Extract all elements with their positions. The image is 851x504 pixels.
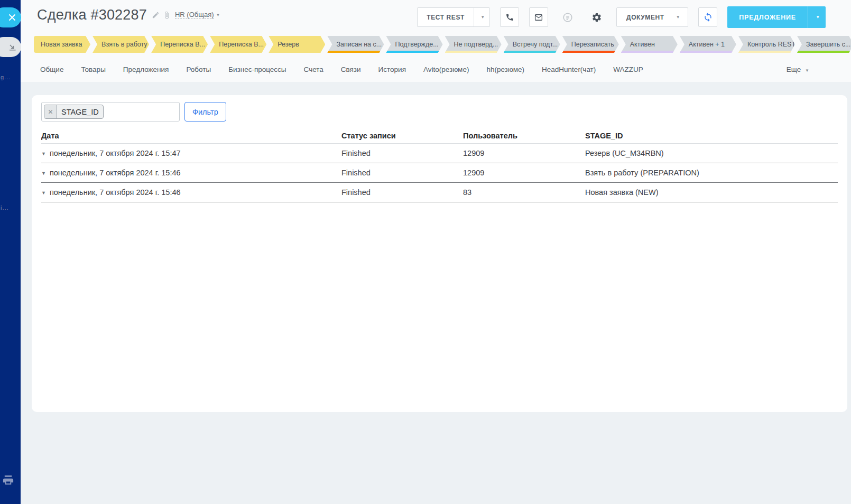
proposal-dropdown[interactable]: ▼ bbox=[808, 6, 826, 28]
stage-8[interactable]: Не подтверд... bbox=[445, 36, 502, 53]
remove-tag-button[interactable]: ✕ bbox=[44, 105, 57, 118]
sidebar-hint-bottom: і... bbox=[1, 204, 9, 211]
filter-button-label: Фильтр bbox=[192, 108, 218, 116]
edit-pencil-icon[interactable] bbox=[152, 11, 160, 19]
stage-underline bbox=[797, 51, 851, 53]
paperclip-icon[interactable] bbox=[163, 11, 171, 19]
column-header-4: STAGE_ID bbox=[585, 132, 838, 140]
stage-13[interactable]: Контроль REST bbox=[738, 36, 795, 53]
stage-label: Перезаписать bbox=[562, 41, 619, 48]
stage-12[interactable]: Активен + 1 bbox=[680, 36, 736, 53]
sidebar-hint-top: g... bbox=[1, 74, 11, 80]
stage-5[interactable]: Резерв bbox=[269, 36, 325, 53]
table-cell: 83 bbox=[463, 188, 585, 197]
stage-label: Резерв bbox=[269, 41, 304, 48]
filter-search-input[interactable]: ✕ STAGE_ID bbox=[41, 102, 180, 122]
stage-label: Завершить с... bbox=[797, 41, 851, 48]
email-button[interactable] bbox=[529, 7, 548, 27]
dock-slider-button[interactable] bbox=[0, 37, 21, 57]
filter-button[interactable]: Фильтр bbox=[184, 102, 226, 122]
tab-9[interactable]: Avito(резюме) bbox=[423, 66, 469, 73]
table-cell: Finished bbox=[341, 149, 463, 157]
tabs: ОбщиеТоварыПредложенияРоботыБизнес-проце… bbox=[40, 66, 643, 73]
expand-row-icon[interactable]: ▼ bbox=[41, 171, 46, 176]
stage-label: Активен bbox=[621, 41, 660, 48]
table-cell: Finished bbox=[341, 169, 463, 177]
stage-11[interactable]: Активен bbox=[621, 36, 678, 53]
table-cell: ▼понедельник, 7 октября 2024 г. 15:46 bbox=[41, 188, 341, 197]
settings-button[interactable] bbox=[587, 7, 606, 27]
gear-icon bbox=[591, 12, 602, 23]
stage-label: Переписка В... bbox=[151, 41, 208, 48]
stage-10[interactable]: Перезаписать bbox=[562, 36, 619, 53]
chevron-down-icon: ▼ bbox=[480, 15, 485, 20]
expand-row-icon[interactable]: ▼ bbox=[41, 151, 46, 156]
test-rest-dropdown[interactable]: ▼ bbox=[474, 8, 489, 26]
table-cell: 12909 bbox=[463, 149, 585, 157]
stage-9[interactable]: Встречу подт... bbox=[504, 36, 560, 53]
stage-label: Взять в работу bbox=[92, 41, 149, 48]
close-slider-button[interactable] bbox=[0, 7, 21, 27]
content-area: ✕ STAGE_ID Фильтр ДатаСтатус записиПольз… bbox=[21, 82, 851, 504]
1c-integration-button[interactable] bbox=[558, 7, 577, 27]
document-button[interactable]: ДОКУМЕНТ ▼ bbox=[616, 7, 688, 27]
stage-4[interactable]: Переписка В... bbox=[210, 36, 266, 53]
tab-8[interactable]: История bbox=[378, 66, 406, 73]
stage-underline bbox=[504, 51, 560, 53]
close-icon: ✕ bbox=[48, 108, 53, 116]
document-label: ДОКУМЕНТ bbox=[617, 14, 672, 21]
tab-12[interactable]: WAZZUP bbox=[613, 66, 643, 73]
tabs-more-button[interactable]: Еще ▼ bbox=[787, 66, 809, 73]
print-button[interactable] bbox=[2, 474, 14, 489]
call-button[interactable] bbox=[500, 7, 519, 27]
main-area: Сделка #302287 HR (Общая) ▼ ТЕСТ REST ▼ bbox=[21, 0, 851, 504]
expand-row-icon[interactable]: ▼ bbox=[41, 190, 46, 195]
tab-6[interactable]: Счета bbox=[304, 66, 323, 73]
test-rest-split-button[interactable]: ТЕСТ REST ▼ bbox=[417, 7, 490, 27]
table-row[interactable]: ▼понедельник, 7 октября 2024 г. 15:46Fin… bbox=[41, 183, 838, 202]
title-icons bbox=[152, 11, 171, 19]
stage-underline bbox=[327, 51, 384, 53]
tab-1[interactable]: Общие bbox=[40, 66, 63, 73]
sync-button[interactable] bbox=[698, 7, 717, 27]
stage-label: Встречу подт... bbox=[504, 41, 560, 48]
stage-label: Не подтверд... bbox=[445, 41, 502, 48]
stage-underline bbox=[562, 51, 619, 53]
table-cell: ▼понедельник, 7 октября 2024 г. 15:47 bbox=[41, 149, 341, 157]
tab-3[interactable]: Предложения bbox=[123, 66, 169, 73]
1c-circle-icon bbox=[562, 12, 574, 23]
tab-2[interactable]: Товары bbox=[81, 66, 105, 73]
proposal-split-button[interactable]: ПРЕДЛОЖЕНИЕ ▼ bbox=[727, 6, 826, 28]
table-cell: 12909 bbox=[463, 169, 585, 177]
page-title: Сделка #302287 bbox=[37, 7, 147, 23]
table-row[interactable]: ▼понедельник, 7 октября 2024 г. 15:47Fin… bbox=[41, 144, 838, 163]
stage-label: Активен + 1 bbox=[680, 41, 730, 48]
stage-underline bbox=[680, 51, 736, 53]
stage-2[interactable]: Взять в работу bbox=[92, 36, 149, 53]
stage-label: Записан на с... bbox=[327, 41, 384, 48]
stage-7[interactable]: Подтвержде... bbox=[386, 36, 442, 53]
tabs-row: ОбщиеТоварыПредложенияРоботыБизнес-проце… bbox=[40, 66, 831, 73]
pipeline-selector[interactable]: HR (Общая) bbox=[175, 11, 214, 19]
dock-corner-icon bbox=[7, 43, 16, 51]
table-row[interactable]: ▼понедельник, 7 октября 2024 г. 15:46Fin… bbox=[41, 163, 838, 183]
deal-header: Сделка #302287 HR (Общая) ▼ ТЕСТ REST ▼ bbox=[21, 0, 851, 82]
tab-4[interactable]: Роботы bbox=[186, 66, 211, 73]
tab-10[interactable]: hh(резюме) bbox=[486, 66, 524, 73]
pipeline-caret-icon: ▼ bbox=[216, 13, 220, 17]
stage-1[interactable]: Новая заявка bbox=[34, 36, 90, 53]
column-header-2: Статус записи bbox=[341, 132, 463, 140]
stage-label: Переписка В... bbox=[210, 41, 266, 48]
tab-11[interactable]: HeadHunter(чат) bbox=[542, 66, 596, 73]
proposal-label: ПРЕДЛОЖЕНИЕ bbox=[727, 14, 808, 21]
tab-7[interactable]: Связи bbox=[341, 66, 361, 73]
stage-6[interactable]: Записан на с... bbox=[327, 36, 384, 53]
table-cell: Взять в работу (PREPARATION) bbox=[585, 169, 838, 177]
table-cell: Finished bbox=[341, 188, 463, 197]
tab-5[interactable]: Бизнес-процессы bbox=[228, 66, 286, 73]
printer-icon bbox=[2, 474, 14, 487]
stage-14[interactable]: Завершить с... bbox=[797, 36, 851, 53]
stage-3[interactable]: Переписка В... bbox=[151, 36, 208, 53]
chevron-down-icon: ▼ bbox=[816, 15, 820, 20]
stage-label: Подтвержде... bbox=[386, 41, 442, 48]
